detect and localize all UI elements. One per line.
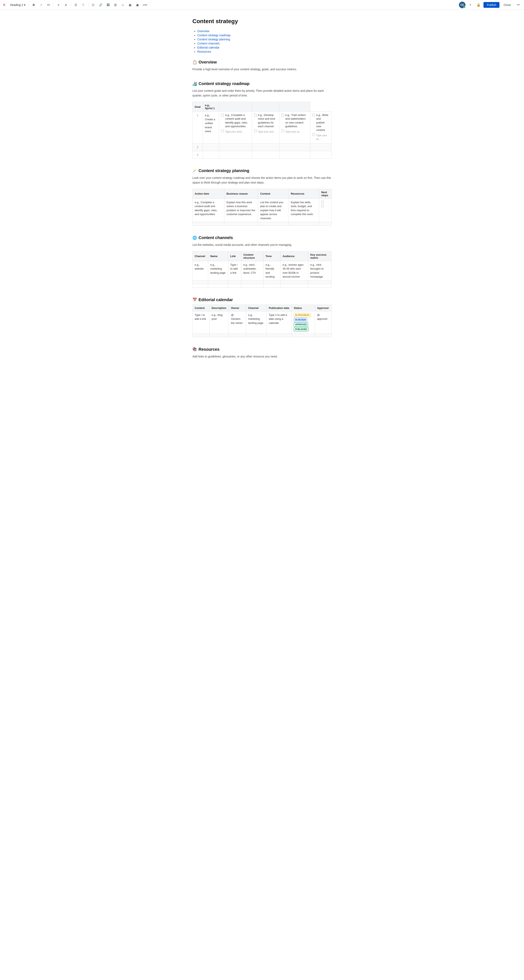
list-item: Resources <box>197 50 332 53</box>
insert-more-button[interactable]: +••• <box>141 2 148 8</box>
bullet-list-button[interactable]: ☰ <box>73 2 79 8</box>
checkbox[interactable] <box>254 129 257 132</box>
publish-button[interactable]: Publish <box>483 2 499 8</box>
planning-description: Look over your content strategy roadmap … <box>192 175 332 185</box>
col-cal-channel: Channel <box>246 305 267 311</box>
col-next: Next steps <box>319 189 332 199</box>
cell-planning-business1: Explain how this work solves a business … <box>224 199 258 222</box>
checkbox[interactable] <box>281 114 284 116</box>
cell-ch1-name: e.g., marketing landing page <box>208 261 228 280</box>
col-ch-tone: Tone <box>264 251 280 261</box>
checkbox[interactable] <box>221 114 224 116</box>
table-button[interactable]: ▦ <box>127 2 133 8</box>
overflow-menu-button[interactable]: ••• <box>515 2 522 8</box>
toc-link-roadmap[interactable]: Content strategy roadmap <box>197 33 230 37</box>
cell-ch1-tone: e.g., friendly and exciting <box>264 261 280 280</box>
col-ch-channel: Channel <box>193 251 208 261</box>
cell-ch2-structure <box>241 280 263 284</box>
table-row: e.g., Complete a content audit and ident… <box>193 199 332 222</box>
checkbox[interactable] <box>254 114 257 116</box>
table-row: 1 e.g., Create a unified brand voice e.g… <box>193 111 332 143</box>
cell-cal2-status <box>292 334 315 337</box>
cell-ch1-link: Type / to add a link <box>228 261 241 280</box>
task-list-button[interactable]: ☑ <box>90 2 97 8</box>
cell-ch3-name <box>208 284 228 287</box>
col-sprint4 <box>279 102 310 111</box>
status-badge-approved: APPROVED <box>294 323 308 327</box>
table-row <box>193 222 332 226</box>
check-item: e.g., Complete a content audit and ident… <box>221 113 250 128</box>
toc-link-channels[interactable]: Content channels <box>197 42 220 45</box>
overview-emoji: 📋 <box>192 60 197 65</box>
toc-link-resources[interactable]: Resources <box>197 50 211 53</box>
section-channels: 🌐 Content channels List the websites, so… <box>192 235 332 287</box>
divider-3 <box>71 2 71 7</box>
link-button[interactable]: 🔗 <box>97 2 104 8</box>
col-cal-date: Publication date <box>267 305 292 311</box>
section-heading-channels: 🌐 Content channels <box>192 235 332 240</box>
col-ch-metric: Key success metric <box>308 251 331 261</box>
cell-planning-resources2 <box>289 222 319 226</box>
avatar[interactable]: CK <box>459 2 465 8</box>
checkbox[interactable] <box>321 205 324 207</box>
table-row <box>193 284 332 287</box>
checkbox[interactable] <box>221 129 224 132</box>
col-ch-audience: Audience <box>280 251 308 261</box>
table-row: e.g., website e.g., marketing landing pa… <box>193 261 332 280</box>
planning-table: Action item Business reason Content Reso… <box>192 189 332 226</box>
add-collaborator-button[interactable]: + <box>467 2 474 8</box>
col-sprint3 <box>252 102 279 111</box>
section-heading-planning: 🪄 Content strategy planning <box>192 169 332 173</box>
more-format-button[interactable]: ••• <box>45 2 52 8</box>
checkbox[interactable] <box>312 133 315 136</box>
ordered-list-button[interactable]: ⒈ <box>80 2 87 8</box>
check-item: Type your ac... <box>281 129 308 134</box>
mention-button[interactable]: @ <box>112 2 119 8</box>
checkbox[interactable] <box>281 129 284 132</box>
lock-button[interactable]: 🔒 <box>475 2 482 8</box>
list-item: Editorial calendar <box>197 46 332 49</box>
cell-cal1-status: IN PROGRESS IN REVIEW APPROVED PUBLISHED <box>292 311 315 334</box>
table-row: 2 <box>193 143 332 151</box>
image-button[interactable]: 🖼 <box>105 2 111 8</box>
cell-planning-next2 <box>319 222 332 226</box>
page-title: Content strategy <box>192 18 332 25</box>
avatar-initials: CK <box>460 3 464 6</box>
toc-link-calendar[interactable]: Editorial calendar <box>197 46 219 49</box>
heading-style-selector[interactable]: Heading 2 ▾ <box>8 2 27 7</box>
roadmap-table: Goal e.g., Sprint 1 1 e.g., Create a uni… <box>192 102 332 159</box>
toc-link-planning[interactable]: Content strategy planning <box>197 38 230 41</box>
roadmap-emoji: 🏄 <box>192 81 197 86</box>
checkbox[interactable] <box>312 114 315 116</box>
cell-ch2-name <box>208 280 228 284</box>
checkbox[interactable] <box>321 201 324 204</box>
col-cal-approver: Approver <box>315 305 331 311</box>
resources-description: Add links to guidelines, glossaries, or … <box>192 354 332 359</box>
emoji-button[interactable]: ☺ <box>119 2 126 8</box>
cell-cal2-approver <box>315 334 331 337</box>
layout-button[interactable]: ▣ <box>134 2 141 8</box>
cell-row1-num: 1 <box>193 111 203 143</box>
heading-style-label: Heading 2 <box>10 3 23 6</box>
col-goal: Goal <box>193 102 203 111</box>
divider-4 <box>88 2 89 7</box>
cell-row1-goal: e.g., Create a unified brand voice <box>203 111 219 143</box>
cell-cal2-channel <box>246 334 267 337</box>
align-button[interactable]: ≡ <box>55 2 62 8</box>
cell-ch3-channel <box>193 284 208 287</box>
cell-row2-num: 2 <box>193 143 203 151</box>
toc-link-overview[interactable]: Overview <box>197 30 209 33</box>
text-color-button[interactable]: A <box>63 2 69 8</box>
cell-row3-sprint4 <box>310 151 332 159</box>
section-heading-roadmap: 🏄 Content strategy roadmap <box>192 81 332 86</box>
check-item: e.g., Write and publish new content <box>312 113 329 132</box>
section-roadmap: 🏄 Content strategy roadmap List your con… <box>192 81 332 159</box>
section-heading-resources: 📚 Resources <box>192 347 332 352</box>
cell-planning-content1: List the content you plan to create and … <box>258 199 289 222</box>
cell-cal2-desc <box>210 334 229 337</box>
col-action: Action item <box>193 189 224 199</box>
close-button[interactable]: Close <box>501 2 513 8</box>
italic-button[interactable]: I <box>38 2 44 8</box>
cell-row1-sprint2: e.g., Develop voice and tone guidelines … <box>252 111 279 143</box>
bold-button[interactable]: B <box>30 2 37 8</box>
